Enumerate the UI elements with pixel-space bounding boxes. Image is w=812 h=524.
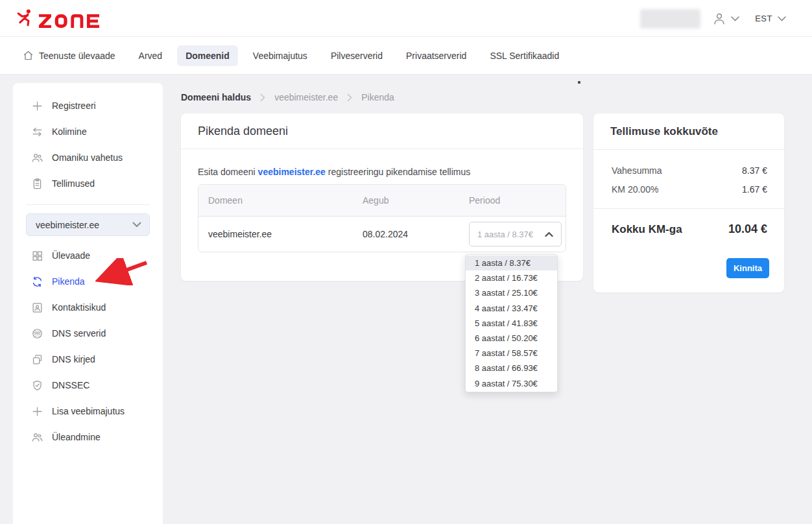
tab-ssl-sertifikaadid[interactable]: SSL Sertifikaadid [490, 51, 559, 61]
sidebar-item-label: DNS kirjed [52, 354, 95, 364]
user-menu[interactable] [712, 12, 739, 26]
tab-privaatserverid[interactable]: Privaatserverid [406, 51, 466, 61]
tab-teenuste-ulevaade[interactable]: Teenuste ülevaade [23, 50, 115, 61]
sidebar-item-dns-kirjed[interactable]: DNS kirjed [13, 346, 163, 372]
sidebar-item-label: Kolimine [52, 126, 87, 137]
summary-row-subtotal: Vahesumma 8.37 € [612, 165, 767, 176]
selected-domain: veebimeister.ee [36, 220, 99, 230]
table-row: veebimeister.ee 08.02.2024 1 aasta / 8.3… [198, 217, 566, 252]
tab-arved[interactable]: Arved [139, 51, 163, 61]
renew-icon [31, 276, 43, 288]
sidebar-item-omaniku-vahetus[interactable]: Omaniku vahetus [13, 145, 163, 171]
sidebar-item-label: Pikenda [52, 276, 85, 287]
sidebar-item-registreeri[interactable]: Registreeri [13, 93, 163, 119]
svg-text:DNS: DNS [34, 332, 40, 335]
sidebar-item-label: DNSSEC [52, 380, 90, 390]
chevron-right-icon [260, 93, 265, 102]
confirm-button[interactable]: Kinnita [726, 258, 769, 278]
tab-label: Privaatserverid [406, 51, 466, 61]
description-text: registreeringu pikendamise tellimus [326, 167, 470, 177]
column-header-domeen: Domeen [198, 195, 363, 206]
vat-label: KM 20.00% [612, 184, 658, 195]
records-icon [31, 353, 43, 366]
tab-label: Veebimajutus [253, 51, 307, 61]
plus-icon [31, 100, 43, 112]
period-select-value: 1 aasta / 8.37€ [477, 230, 533, 239]
tab-label: Arved [139, 51, 163, 61]
period-option-9[interactable]: 9 aastat / 75.30€ [466, 376, 557, 391]
sidebar-item-label: Omaniku vahetus [52, 152, 123, 163]
tab-pilveserverid[interactable]: Pilveserverid [331, 51, 383, 61]
domain-link[interactable]: veebimeister.ee [258, 167, 326, 177]
breadcrumb-domain[interactable]: veebimeister.ee [274, 92, 338, 102]
sidebar-item-kolimine[interactable]: Kolimine [13, 119, 163, 145]
annotation-arrow [95, 258, 150, 285]
total-value: 10.04 € [728, 222, 767, 236]
description-text: Esita domeeni [198, 167, 258, 177]
sidebar-item-kontaktisikud[interactable]: Kontaktisikud [13, 294, 163, 320]
language-selector[interactable]: EST [755, 14, 786, 23]
total-label: Kokku KM-ga [612, 223, 682, 236]
cursor-artifact-dot [578, 81, 580, 84]
zone-runner-icon [16, 8, 34, 28]
main-nav: Teenuste ülevaade Arved Domeenid Veebima… [0, 37, 812, 75]
home-icon [23, 50, 34, 61]
sidebar-item-uleandmine[interactable]: Üleandmine [13, 424, 163, 450]
period-option-8[interactable]: 8 aastat / 66.93€ [466, 361, 557, 375]
period-option-6[interactable]: 6 aastat / 50.20€ [466, 331, 557, 346]
sidebar-item-tellimused[interactable]: Tellimused [13, 171, 163, 196]
subtotal-label: Vahesumma [612, 165, 662, 176]
chevron-down-icon [731, 16, 739, 21]
dns-globe-icon: DNS [31, 328, 43, 340]
sidebar-item-label: Üleandmine [52, 432, 101, 442]
vat-value: 1.67 € [742, 184, 767, 195]
chevron-down-icon [778, 16, 786, 21]
tab-label: Pilveserverid [331, 51, 383, 61]
domain-sidebar: Registreeri Kolimine Omaniku vahetus Tel… [13, 83, 163, 524]
contact-card-icon [31, 302, 43, 314]
sidebar-item-label: Ülevaade [52, 250, 90, 261]
tab-veebimajutus[interactable]: Veebimajutus [253, 51, 307, 61]
people-icon [31, 152, 43, 164]
sidebar-item-dnssec[interactable]: DNSSEC [13, 372, 163, 398]
zone-logo-wordmark [39, 14, 99, 28]
top-header: EST [0, 0, 812, 37]
sidebar-divider [26, 204, 150, 205]
breadcrumb: Domeeni haldus veebimeister.ee Pikenda [181, 92, 394, 102]
tab-label: Teenuste ülevaade [39, 51, 115, 61]
subtotal-value: 8.37 € [742, 165, 767, 176]
grid-icon [31, 250, 43, 262]
period-option-4[interactable]: 4 aastat / 33.47€ [466, 301, 557, 316]
sidebar-item-label: Registreeri [52, 101, 96, 111]
language-label: EST [755, 14, 772, 23]
period-option-2[interactable]: 2 aastat / 16.73€ [466, 270, 557, 285]
sidebar-item-dns-serverid[interactable]: DNS DNS serverid [13, 320, 163, 346]
column-header-periood: Periood [469, 195, 566, 206]
sidebar-item-lisa-veebimajutus[interactable]: Lisa veebimajutus [13, 398, 163, 424]
redacted-username [640, 9, 700, 29]
tab-label: SSL Sertifikaadid [490, 51, 559, 61]
plus-icon [31, 405, 43, 418]
period-option-1[interactable]: 1 aasta / 8.37€ [466, 256, 557, 270]
zone-logo[interactable] [16, 8, 99, 28]
summary-row-vat: KM 20.00% 1.67 € [612, 184, 767, 195]
period-option-5[interactable]: 5 aastat / 41.83€ [466, 316, 557, 331]
tab-domeenid[interactable]: Domeenid [177, 45, 238, 66]
breadcrumb-pikenda: Pikenda [361, 92, 394, 102]
period-option-7[interactable]: 7 aastat / 58.57€ [466, 346, 557, 361]
period-option-3[interactable]: 3 aastat / 25.10€ [466, 285, 557, 300]
chevron-up-icon [545, 232, 553, 237]
shield-check-icon [31, 379, 43, 392]
domain-selector[interactable]: veebimeister.ee [26, 213, 150, 236]
transfer-arrows-icon [31, 126, 43, 138]
sidebar-item-label: Kontaktisikud [52, 302, 106, 313]
renew-table: Domeen Aegub Periood veebimeister.ee 08.… [198, 184, 566, 252]
column-header-aegub: Aegub [363, 195, 469, 206]
breadcrumb-domeeni-haldus[interactable]: Domeeni haldus [181, 92, 251, 102]
sidebar-item-label: DNS serverid [52, 328, 106, 339]
table-header-row: Domeen Aegub Periood [198, 185, 566, 217]
domain-cell: veebimeister.ee [198, 229, 363, 239]
period-select[interactable]: 1 aasta / 8.37€ [469, 222, 562, 246]
chevron-down-icon [132, 222, 141, 228]
order-summary-card: Tellimuse kokkuvõte Vahesumma 8.37 € KM … [593, 113, 784, 292]
